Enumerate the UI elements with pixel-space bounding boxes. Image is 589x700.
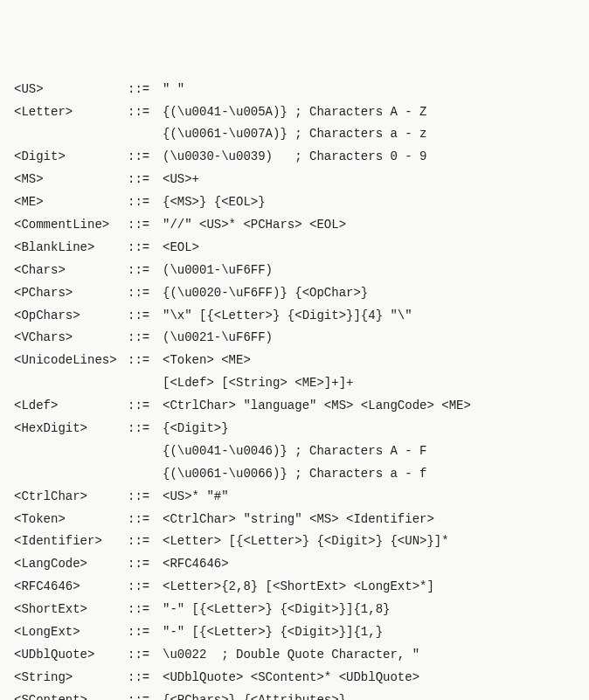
rule-rhs: <US>+ <box>163 169 199 191</box>
rule-rhs: "\x" [{<Letter>} {<Digit>}]{4} "\" <box>163 305 412 328</box>
rule-rhs: <RFC4646> <box>163 553 229 576</box>
rule-operator: ::= <box>128 667 163 690</box>
rule-lhs: <US> <box>14 79 128 101</box>
rule-rhs: [<Ldef> [<String> <ME>]+]+ <box>163 372 353 395</box>
rule-rhs: <EOL> <box>163 237 199 260</box>
rule-operator: ::= <box>128 509 163 531</box>
rule-rhs: (\u0030-\u0039) ; Characters 0 - 9 <box>163 146 426 169</box>
rule-rhs: "//" <US>* <PCHars> <EOL> <box>163 214 346 237</box>
rule-rhs: {(\u0041-\u0046)} ; Characters A - F <box>163 440 426 463</box>
rule-lhs: <Chars> <box>14 260 128 282</box>
grammar-rule: <OpChars>::="\x" [{<Letter>} {<Digit>}]{… <box>14 305 575 328</box>
grammar-rule: <Token>::=<CtrlChar> "string" <MS> <Iden… <box>14 509 575 531</box>
rule-rhs: {(\u0061-\u007A)} ; Characters a - z <box>163 123 426 146</box>
rule-rhs: <UDblQuote> <SContent>* <UDblQuote> <box>163 667 419 690</box>
grammar-rule: <UDblQuote>::=\u0022 ; Double Quote Char… <box>14 644 575 667</box>
rule-operator: ::= <box>128 260 163 282</box>
rule-operator: ::= <box>128 191 163 214</box>
grammar-rule: <Letter>::={(\u0041-\u005A)} ; Character… <box>14 101 575 124</box>
rule-rhs: \u0022 ; Double Quote Character, " <box>163 644 419 667</box>
grammar-rule-continuation: {(\u0061-\u007A)} ; Characters a - z <box>14 123 575 146</box>
grammar-rule: <RFC4646>::=<Letter>{2,8} [<ShortExt> <L… <box>14 576 575 599</box>
rule-lhs: <VChars> <box>14 327 128 350</box>
rule-operator: ::= <box>128 237 163 260</box>
rule-rhs: <CtrlChar> "language" <MS> <LangCode> <M… <box>163 395 471 418</box>
rule-operator: ::= <box>128 214 163 237</box>
grammar-block: <US>::=" "<Letter>::={(\u0041-\u005A)} ;… <box>14 79 575 700</box>
rule-lhs: <Identifier> <box>14 530 128 553</box>
grammar-rule: <UnicodeLines>::=<Token> <ME> <box>14 350 575 372</box>
grammar-rule-continuation: {(\u0061-\u0066)} ; Characters a - f <box>14 463 575 486</box>
rule-operator: ::= <box>128 327 163 350</box>
rule-rhs: <US>* "#" <box>163 486 229 509</box>
grammar-rule: <CommentLine>::="//" <US>* <PCHars> <EOL… <box>14 214 575 237</box>
grammar-rule: <MS>::=<US>+ <box>14 169 575 191</box>
grammar-rule: <PChars>::={(\u0020-\uF6FF)} {<OpChar>} <box>14 282 575 305</box>
rule-rhs: {<PChars>} {<Attributes>} <box>163 690 346 700</box>
rule-operator: ::= <box>128 101 163 124</box>
rule-operator: ::= <box>128 146 163 169</box>
rule-rhs: {(\u0020-\uF6FF)} {<OpChar>} <box>163 282 368 305</box>
grammar-rule: <String>::=<UDblQuote> <SContent>* <UDbl… <box>14 667 575 690</box>
rule-operator: ::= <box>128 599 163 621</box>
rule-lhs: <UDblQuote> <box>14 644 128 667</box>
rule-rhs: {(\u0061-\u0066)} ; Characters a - f <box>163 463 426 486</box>
grammar-rule: <Identifier>::=<Letter> [{<Letter>} {<Di… <box>14 530 575 553</box>
grammar-rule: <SContent>::={<PChars>} {<Attributes>} <box>14 690 575 700</box>
rule-lhs: <Ldef> <box>14 395 128 418</box>
rule-rhs: (\u0001-\uF6FF) <box>163 260 273 282</box>
rule-operator: ::= <box>128 644 163 667</box>
grammar-rule-continuation: [<Ldef> [<String> <ME>]+]+ <box>14 372 575 395</box>
rule-operator: ::= <box>128 576 163 599</box>
rule-lhs: <SContent> <box>14 690 128 700</box>
rule-lhs: <OpChars> <box>14 305 128 328</box>
rule-operator: ::= <box>128 553 163 576</box>
grammar-rule: <HexDigit>::={<Digit>} <box>14 418 575 440</box>
rule-lhs: <String> <box>14 667 128 690</box>
grammar-rule: <ME>::={<MS>} {<EOL>} <box>14 191 575 214</box>
rule-operator: ::= <box>128 395 163 418</box>
grammar-rule: <Ldef>::=<CtrlChar> "language" <MS> <Lan… <box>14 395 575 418</box>
grammar-rule: <VChars>::=(\u0021-\uF6FF) <box>14 327 575 350</box>
rule-operator: ::= <box>128 530 163 553</box>
rule-operator: ::= <box>128 350 163 372</box>
grammar-rule: <CtrlChar>::=<US>* "#" <box>14 486 575 509</box>
rule-operator: ::= <box>128 305 163 328</box>
grammar-rule: <Chars>::=(\u0001-\uF6FF) <box>14 260 575 282</box>
rule-lhs: <MS> <box>14 169 128 191</box>
rule-lhs: <CommentLine> <box>14 214 128 237</box>
grammar-rule: <US>::=" " <box>14 79 575 101</box>
rule-operator: ::= <box>128 282 163 305</box>
rule-rhs: <Letter> [{<Letter>} {<Digit>} {<UN>}]* <box>163 530 449 553</box>
rule-lhs: <LangCode> <box>14 553 128 576</box>
rule-rhs: <Token> <ME> <box>163 350 251 372</box>
rule-operator: ::= <box>128 486 163 509</box>
rule-rhs: {(\u0041-\u005A)} ; Characters A - Z <box>163 101 426 124</box>
rule-lhs: <PChars> <box>14 282 128 305</box>
rule-lhs: <Digit> <box>14 146 128 169</box>
grammar-rule: <Digit>::=(\u0030-\u0039) ; Characters 0… <box>14 146 575 169</box>
grammar-rule: <LangCode>::=<RFC4646> <box>14 553 575 576</box>
rule-operator: ::= <box>128 690 163 700</box>
rule-lhs: <BlankLine> <box>14 237 128 260</box>
rule-lhs: <ME> <box>14 191 128 214</box>
rule-lhs: <CtrlChar> <box>14 486 128 509</box>
grammar-rule: <LongExt>::="-" [{<Letter>} {<Digit>}]{1… <box>14 621 575 644</box>
rule-lhs: <HexDigit> <box>14 418 128 440</box>
rule-lhs: <ShortExt> <box>14 599 128 621</box>
rule-lhs: <UnicodeLines> <box>14 350 128 372</box>
rule-rhs: {<MS>} {<EOL>} <box>163 191 266 214</box>
grammar-rule: <ShortExt>::="-" [{<Letter>} {<Digit>}]{… <box>14 599 575 621</box>
rule-rhs: <CtrlChar> "string" <MS> <Identifier> <box>163 509 434 531</box>
rule-rhs: {<Digit>} <box>163 418 229 440</box>
grammar-rule: <BlankLine>::=<EOL> <box>14 237 575 260</box>
rule-operator: ::= <box>128 169 163 191</box>
rule-operator: ::= <box>128 621 163 644</box>
rule-rhs: <Letter>{2,8} [<ShortExt> <LongExt>*] <box>163 576 434 599</box>
rule-operator: ::= <box>128 79 163 101</box>
rule-lhs: <RFC4646> <box>14 576 128 599</box>
rule-rhs: "-" [{<Letter>} {<Digit>}]{1,8} <box>163 599 390 621</box>
rule-lhs: <LongExt> <box>14 621 128 644</box>
grammar-rule-continuation: {(\u0041-\u0046)} ; Characters A - F <box>14 440 575 463</box>
rule-rhs: "-" [{<Letter>} {<Digit>}]{1,} <box>163 621 383 644</box>
